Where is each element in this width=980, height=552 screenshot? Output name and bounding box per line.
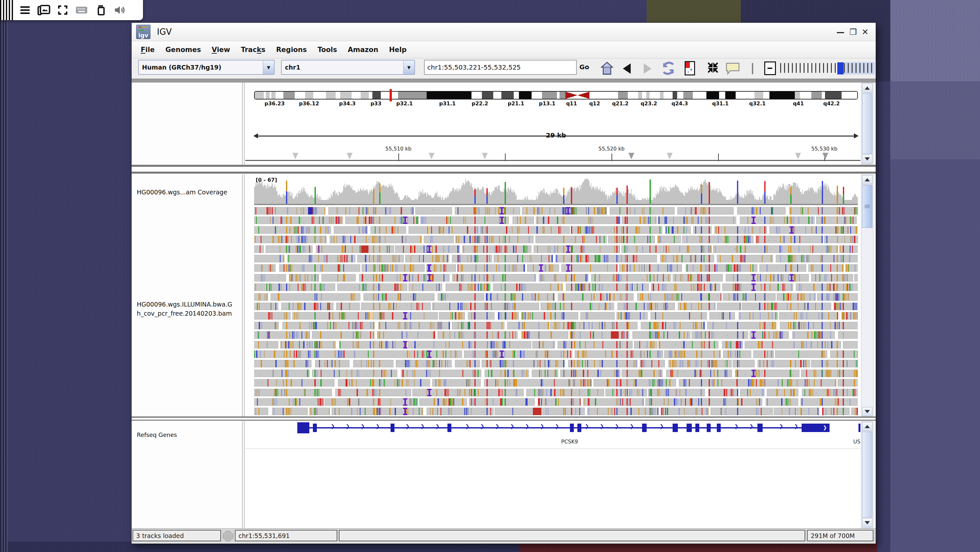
menu-item-genomes[interactable]: Genomes xyxy=(165,46,201,54)
keyboard-icon[interactable] xyxy=(75,3,88,17)
menu-item-help[interactable]: Help xyxy=(389,46,406,54)
gene-exon[interactable] xyxy=(687,424,692,432)
zoom-out-button[interactable] xyxy=(764,61,776,75)
gene-exon[interactable] xyxy=(673,424,678,432)
chevron-down-icon[interactable]: ▼ xyxy=(403,61,414,74)
gene-exon[interactable] xyxy=(757,424,763,432)
close-button[interactable]: ✕ xyxy=(862,28,869,37)
go-button[interactable]: Go xyxy=(579,63,589,71)
chromosome-select[interactable]: chr1 ▼ xyxy=(281,60,415,75)
alignment-panel-scrollbar[interactable] xyxy=(861,174,873,417)
gene-data-area[interactable]: ❯❯❯❯❯❯❯❯❯❯❯❯❯❯❯❯❯❯❯❯❯❯❯❯PCSK9USP24 xyxy=(245,421,861,528)
minimize-button[interactable]: — xyxy=(836,28,845,37)
cytoband xyxy=(719,92,725,99)
back-arrow-icon[interactable] xyxy=(623,64,631,74)
menu-item-view[interactable]: View xyxy=(212,46,230,54)
cytoband-label: q31.1 xyxy=(712,101,729,107)
strand-arrow-icon: ❯ xyxy=(420,423,425,429)
label-data-divider[interactable] xyxy=(242,83,245,164)
locus-panel-scrollbar[interactable] xyxy=(861,83,873,164)
fit-to-window-icon[interactable] xyxy=(706,61,720,76)
genome-select[interactable]: Human (GRCh37/hg19) ▼ xyxy=(138,60,275,75)
menu-item-regions[interactable]: Regions xyxy=(276,46,307,54)
menu-item-tracks[interactable]: Tracks xyxy=(241,46,265,54)
scroll-down-icon[interactable] xyxy=(862,518,872,527)
chromosome-ideogram[interactable] xyxy=(254,91,858,99)
cytoband-label: p36.23 xyxy=(264,101,285,107)
gene-exon[interactable] xyxy=(695,424,699,432)
refresh-icon[interactable] xyxy=(660,60,676,78)
coverage-track-label[interactable]: HG00096.wgs...am Coverage xyxy=(137,188,227,196)
maximize-button[interactable]: ❒ xyxy=(850,28,857,37)
scroll-up-icon[interactable] xyxy=(862,422,872,431)
scroll-down-icon[interactable] xyxy=(862,407,872,416)
panel-splitter[interactable] xyxy=(132,165,876,174)
toolbar-separator xyxy=(752,63,753,74)
home-icon[interactable] xyxy=(600,61,614,77)
tracks-loaded-status: 3 tracks loaded xyxy=(132,530,221,541)
feature-panel-scrollbar[interactable] xyxy=(861,421,873,528)
scroll-down-icon[interactable] xyxy=(862,155,872,164)
gene-name-label: USP24 xyxy=(853,439,861,445)
ideogram-ruler-area[interactable]: 29 kb 55,510 kb55,520 kb55,530 kb p36.23… xyxy=(245,83,861,164)
define-region-icon[interactable] xyxy=(685,61,695,75)
zoom-slider-thumb[interactable] xyxy=(837,62,843,75)
toolbar-grip-handle[interactable] xyxy=(0,0,13,20)
menu-item-tools[interactable]: Tools xyxy=(317,46,337,54)
gene-exon[interactable] xyxy=(717,424,721,432)
alignment-data-area[interactable]: [0 - 67] xyxy=(245,174,861,417)
cytoband xyxy=(372,92,381,99)
scrollbar-thumb[interactable] xyxy=(862,93,872,154)
desktop-patch-right xyxy=(890,159,980,552)
gene-exon[interactable] xyxy=(391,424,395,432)
cytoband xyxy=(271,92,275,99)
copy-icon[interactable] xyxy=(94,3,107,17)
screens-icon[interactable] xyxy=(37,3,51,17)
memory-status[interactable]: 291M of 700M xyxy=(807,530,873,541)
cytoband xyxy=(295,92,305,99)
menu-icon[interactable] xyxy=(18,3,32,17)
strand-arrow-icon: ❯ xyxy=(555,423,559,429)
menu-item-amazon[interactable]: Amazon xyxy=(348,46,378,54)
cytoband xyxy=(589,92,618,99)
forward-arrow-icon[interactable] xyxy=(644,64,651,74)
gene-exon[interactable] xyxy=(642,424,647,432)
strand-arrow-icon: ❯ xyxy=(375,423,380,429)
window-titlebar[interactable]: igv IGV — ❒ ✕ xyxy=(132,23,876,41)
cytoband xyxy=(754,92,763,99)
gene-exon[interactable] xyxy=(298,422,309,433)
coverage-track-canvas[interactable] xyxy=(254,177,858,205)
cytoband-label: q24.3 xyxy=(671,101,688,107)
alignment-label-column: HG00096.wgs...am Coverage HG00096.wgs.IL… xyxy=(132,174,242,417)
label-data-divider[interactable] xyxy=(242,421,245,528)
panel-splitter[interactable] xyxy=(132,416,876,421)
scrollbar-thumb[interactable] xyxy=(862,185,872,228)
gene-exon[interactable] xyxy=(707,424,711,432)
alignments-canvas[interactable] xyxy=(254,207,858,417)
gene-exon[interactable] xyxy=(447,424,451,432)
chevron-down-icon[interactable]: ▼ xyxy=(263,61,274,74)
gene-utr-block[interactable]: ❯ xyxy=(802,424,830,432)
ruler-baseline xyxy=(245,160,861,161)
gene-exon[interactable] xyxy=(313,424,317,432)
alignment-track-label-line2[interactable]: h_cov_pcr_free.20140203.bam xyxy=(137,310,232,317)
refseq-track-label[interactable]: Refseq Genes xyxy=(137,431,177,438)
label-data-divider[interactable] xyxy=(242,174,245,417)
scrollbar-thumb[interactable] xyxy=(862,432,872,517)
fullscreen-icon[interactable] xyxy=(56,3,70,17)
zoom-level-slider[interactable] xyxy=(780,62,875,75)
menu-item-file[interactable]: File xyxy=(141,46,155,54)
speaker-icon[interactable] xyxy=(113,3,126,17)
gene-exon[interactable] xyxy=(578,424,581,432)
locus-input[interactable] xyxy=(424,60,577,75)
scroll-up-icon[interactable] xyxy=(862,83,872,93)
scroll-up-icon[interactable] xyxy=(862,175,872,184)
gene-exon[interactable] xyxy=(859,424,861,432)
tooltip-bubble-icon[interactable] xyxy=(725,62,740,76)
gene-exon[interactable] xyxy=(570,424,574,432)
strand-arrow-icon: ❯ xyxy=(480,423,484,429)
alignment-track-label-line1[interactable]: HG00096.wgs.ILLUMINA.bwa.G xyxy=(137,301,232,308)
vnc-toolbar xyxy=(0,0,143,20)
ruler-marker-triangle-icon xyxy=(667,153,673,159)
refseq-gene-track[interactable]: ❯❯❯❯❯❯❯❯❯❯❯❯❯❯❯❯❯❯❯❯❯❯❯❯PCSK9USP24 xyxy=(254,422,861,448)
